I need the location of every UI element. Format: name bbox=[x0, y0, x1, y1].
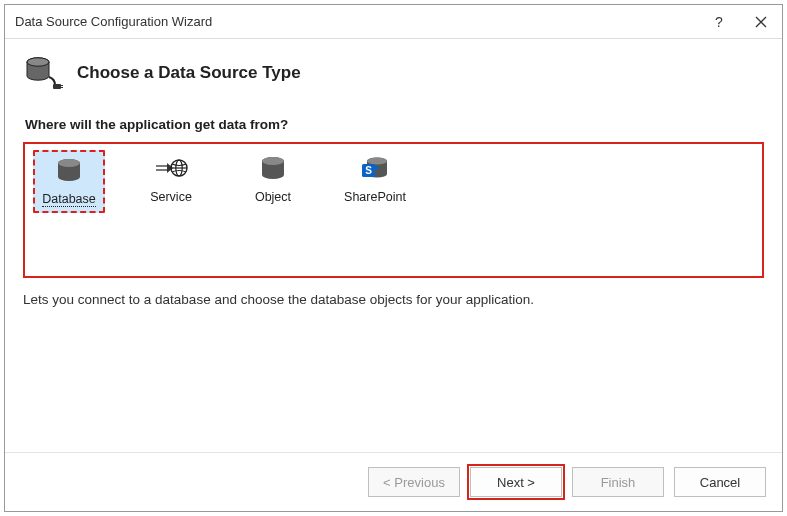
option-label: SharePoint bbox=[344, 190, 406, 204]
svg-rect-2 bbox=[53, 84, 61, 89]
option-database[interactable]: Database bbox=[33, 150, 105, 213]
cancel-button[interactable]: Cancel bbox=[674, 467, 766, 497]
datasource-plug-icon bbox=[23, 53, 63, 93]
option-sharepoint[interactable]: S SharePoint bbox=[339, 150, 411, 208]
help-button[interactable]: ? bbox=[698, 5, 740, 39]
service-icon bbox=[151, 152, 191, 186]
option-label: Database bbox=[42, 192, 96, 207]
wizard-footer: < Previous Next > Finish Cancel bbox=[5, 452, 782, 511]
option-service[interactable]: Service bbox=[135, 150, 207, 208]
titlebar: Data Source Configuration Wizard ? bbox=[5, 5, 782, 39]
svg-point-6 bbox=[58, 159, 80, 167]
close-icon bbox=[755, 16, 767, 28]
object-icon bbox=[253, 152, 293, 186]
finish-button: Finish bbox=[572, 467, 664, 497]
datasource-options: Database Service bbox=[23, 142, 764, 278]
svg-point-16 bbox=[367, 157, 387, 164]
wizard-header: Choose a Data Source Type bbox=[5, 39, 782, 111]
wizard-heading: Choose a Data Source Type bbox=[77, 63, 301, 83]
wizard-body: Where will the application get data from… bbox=[5, 111, 782, 452]
prompt-text: Where will the application get data from… bbox=[25, 117, 764, 132]
option-label: Service bbox=[150, 190, 192, 204]
svg-point-14 bbox=[262, 157, 284, 165]
previous-button: < Previous bbox=[368, 467, 460, 497]
svg-text:S: S bbox=[365, 165, 372, 176]
sharepoint-icon: S bbox=[355, 152, 395, 186]
svg-point-1 bbox=[27, 58, 49, 66]
database-icon bbox=[49, 154, 89, 188]
option-object[interactable]: Object bbox=[237, 150, 309, 208]
close-button[interactable] bbox=[740, 5, 782, 39]
window-title: Data Source Configuration Wizard bbox=[15, 14, 698, 29]
option-label: Object bbox=[255, 190, 291, 204]
next-button[interactable]: Next > bbox=[470, 467, 562, 497]
option-description: Lets you connect to a database and choos… bbox=[23, 292, 764, 307]
wizard-window: Data Source Configuration Wizard ? Choos… bbox=[4, 4, 783, 512]
